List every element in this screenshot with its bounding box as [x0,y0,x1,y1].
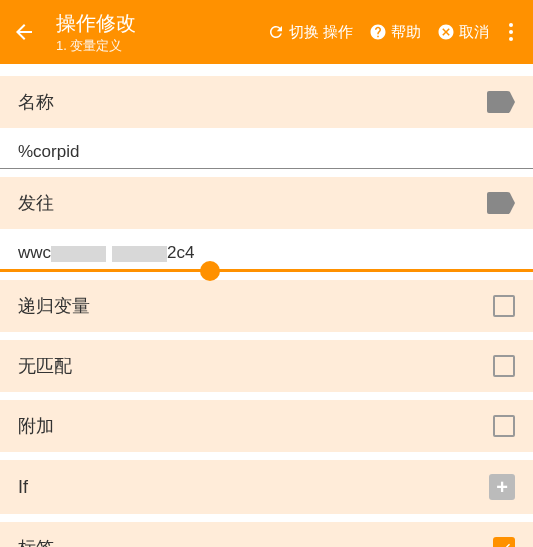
redacted-segment [51,246,106,262]
to-input[interactable]: wwc2c4 [0,229,533,272]
overflow-menu[interactable] [501,19,521,45]
page-subtitle: 1. 变量定义 [56,37,263,55]
tag-checkbox[interactable] [493,537,515,547]
append-checkbox[interactable] [493,415,515,437]
section-tag[interactable]: 标签 [0,522,533,547]
nomatch-checkbox[interactable] [493,355,515,377]
section-if[interactable]: If + [0,460,533,514]
switch-action-label: 切换 操作 [289,23,353,42]
section-nomatch[interactable]: 无匹配 [0,340,533,392]
header-actions: 切换 操作 帮助 取消 [263,19,521,46]
cancel-button[interactable]: 取消 [433,19,493,46]
switch-action-button[interactable]: 切换 操作 [263,19,357,46]
page-title: 操作修改 [56,10,263,37]
section-to-label: 发往 [18,191,54,215]
help-label: 帮助 [391,23,421,42]
section-append[interactable]: 附加 [0,400,533,452]
help-button[interactable]: 帮助 [365,19,425,46]
section-if-label: If [18,477,28,498]
name-value: %corpid [18,142,79,161]
slider-handle[interactable] [200,261,220,281]
section-nomatch-label: 无匹配 [18,354,72,378]
recursive-checkbox[interactable] [493,295,515,317]
add-if-button[interactable]: + [489,474,515,500]
tag-icon[interactable] [487,91,515,113]
tag-icon[interactable] [487,192,515,214]
section-to[interactable]: 发往 [0,177,533,229]
title-block: 操作修改 1. 变量定义 [56,10,263,55]
to-value: wwc2c4 [18,243,194,262]
section-recursive[interactable]: 递归变量 [0,280,533,332]
app-header: 操作修改 1. 变量定义 切换 操作 帮助 取消 [0,0,533,64]
name-input[interactable]: %corpid [0,128,533,169]
cancel-label: 取消 [459,23,489,42]
section-recursive-label: 递归变量 [18,294,90,318]
section-name-label: 名称 [18,90,54,114]
section-append-label: 附加 [18,414,54,438]
section-tag-label: 标签 [18,536,54,547]
redacted-segment [112,246,167,262]
section-name[interactable]: 名称 [0,76,533,128]
back-button[interactable] [12,20,36,44]
